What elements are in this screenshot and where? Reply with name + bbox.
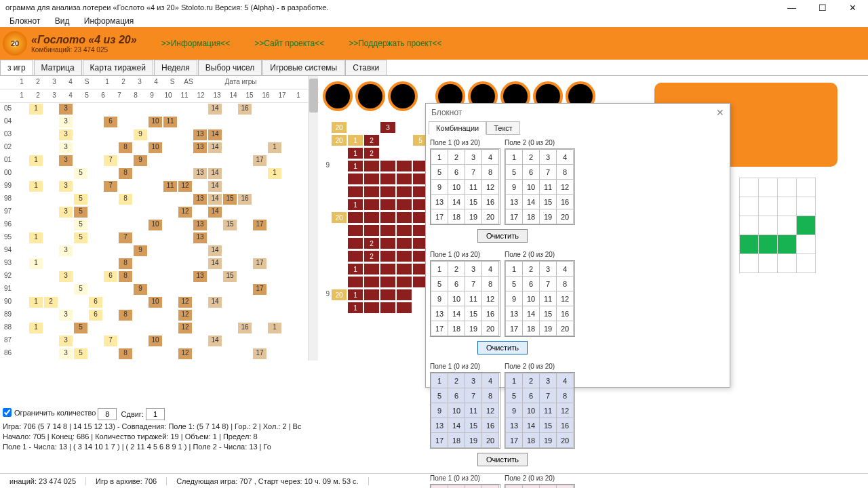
matrix-cell[interactable]: 14 [208, 129, 222, 141]
matrix-cell[interactable] [58, 258, 73, 270]
matrix-cell[interactable] [133, 296, 148, 308]
matrix-cell[interactable] [88, 116, 103, 128]
red-cell[interactable] [347, 276, 363, 288]
matrix-cell[interactable] [73, 129, 88, 141]
matrix-cell[interactable]: 8 [118, 142, 133, 154]
tab-0[interactable]: з игр [0, 60, 33, 75]
matrix-cell[interactable] [73, 258, 88, 270]
red-cell[interactable] [363, 160, 380, 172]
matrix-cell[interactable] [193, 116, 208, 128]
matrix-cell[interactable] [252, 167, 267, 180]
matrix-cell[interactable]: 3 [58, 129, 73, 141]
matrix-cell[interactable] [237, 142, 252, 154]
matrix-cell[interactable]: 12 [178, 348, 193, 360]
matrix-cell[interactable] [237, 167, 252, 180]
matrix-cell[interactable] [88, 348, 103, 360]
number-cell[interactable]: 20 [557, 321, 574, 336]
matrix-cell[interactable] [88, 180, 103, 192]
tab-4[interactable]: Выбор чисел [198, 60, 262, 75]
matrix-cell[interactable] [148, 103, 163, 115]
matrix-cell[interactable]: 9 [133, 245, 148, 257]
matrix-cell[interactable]: 12 [178, 206, 193, 218]
number-cell[interactable]: 20 [482, 209, 499, 224]
number-cell[interactable]: 14 [448, 418, 465, 433]
number-cell[interactable]: 5 [431, 277, 448, 291]
matrix-cell[interactable] [133, 206, 148, 218]
matrix-cell[interactable] [28, 142, 43, 154]
matrix-cell[interactable]: 17 [252, 348, 267, 360]
matrix-cell[interactable]: 6 [88, 296, 103, 308]
red-cell[interactable] [396, 289, 412, 301]
matrix-cell[interactable] [88, 103, 103, 115]
matrix-cell[interactable] [148, 206, 163, 218]
matrix-cell[interactable] [58, 193, 73, 205]
matrix-cell[interactable]: 17 [252, 283, 267, 296]
mini-cell[interactable] [778, 197, 797, 216]
matrix-cell[interactable] [222, 155, 237, 167]
matrix-cell[interactable] [178, 335, 193, 347]
matrix-cell[interactable]: 14 [208, 245, 222, 257]
matrix-cell[interactable] [252, 180, 267, 192]
number-cell[interactable]: 15 [465, 195, 482, 209]
matrix-cell[interactable]: 3 [58, 309, 73, 321]
matrix-cell[interactable] [88, 219, 103, 231]
mini-cell[interactable] [778, 254, 797, 273]
matrix-cell[interactable] [178, 116, 193, 128]
number-cell[interactable]: 3 [540, 373, 557, 388]
matrix-cell[interactable] [43, 206, 58, 218]
matrix-cell[interactable] [118, 155, 133, 167]
matrix-cell[interactable] [43, 142, 58, 154]
matrix-cell[interactable]: 5 [73, 219, 88, 231]
matrix-cell[interactable]: 14 [208, 180, 222, 192]
matrix-cell[interactable] [178, 129, 193, 141]
red-cell[interactable] [396, 302, 412, 314]
matrix-cell[interactable]: 3 [58, 103, 73, 115]
red-cell[interactable] [363, 276, 380, 288]
number-cell[interactable]: 7 [540, 388, 557, 403]
number-cell[interactable]: 16 [482, 418, 499, 433]
red-cell[interactable] [396, 263, 412, 275]
clear-button[interactable]: Очистить [477, 453, 528, 466]
menu-view[interactable]: Вид [55, 16, 70, 26]
matrix-cell[interactable]: 13 [193, 270, 208, 283]
number-cell[interactable]: 15 [465, 306, 482, 321]
matrix-cell[interactable] [14, 258, 28, 270]
matrix-cell[interactable] [118, 283, 133, 296]
matrix-cell[interactable] [148, 155, 163, 167]
matrix-cell[interactable]: 3 [58, 180, 73, 192]
matrix-cell[interactable] [43, 129, 58, 141]
matrix-cell[interactable] [14, 219, 28, 231]
matrix-cell[interactable] [103, 232, 118, 244]
red-cell[interactable]: 1 [347, 160, 363, 172]
number-cell[interactable]: 13 [431, 418, 448, 433]
mini-cell[interactable] [759, 235, 778, 254]
number-cell[interactable]: 11 [540, 403, 557, 418]
matrix-cell[interactable] [14, 142, 28, 154]
matrix-cell[interactable] [208, 348, 222, 360]
number-cell[interactable]: 15 [540, 195, 557, 209]
number-cell[interactable]: 4 [482, 150, 499, 165]
matrix-cell[interactable] [163, 322, 178, 334]
matrix-cell[interactable]: 1 [28, 155, 43, 167]
matrix-cell[interactable] [252, 116, 267, 128]
matrix-cell[interactable] [28, 219, 43, 231]
matrix-cell[interactable] [178, 245, 193, 257]
red-cell[interactable]: 20 [331, 289, 347, 301]
matrix-cell[interactable] [133, 180, 148, 192]
matrix-cell[interactable] [14, 103, 28, 115]
red-cell[interactable] [363, 263, 380, 275]
matrix-cell[interactable] [222, 103, 237, 115]
matrix-cell[interactable] [163, 129, 178, 141]
matrix-cell[interactable] [73, 270, 88, 283]
matrix-cell[interactable] [222, 245, 237, 257]
matrix-cell[interactable] [14, 180, 28, 192]
matrix-cell[interactable] [88, 322, 103, 334]
matrix-cell[interactable]: 3 [58, 206, 73, 218]
matrix-cell[interactable] [43, 180, 58, 192]
matrix-cell[interactable] [88, 335, 103, 347]
matrix-cell[interactable] [267, 348, 282, 360]
number-cell[interactable]: 19 [465, 209, 482, 224]
matrix-cell[interactable] [252, 245, 267, 257]
matrix-cell[interactable] [208, 283, 222, 296]
number-cell[interactable]: 7 [540, 165, 557, 180]
